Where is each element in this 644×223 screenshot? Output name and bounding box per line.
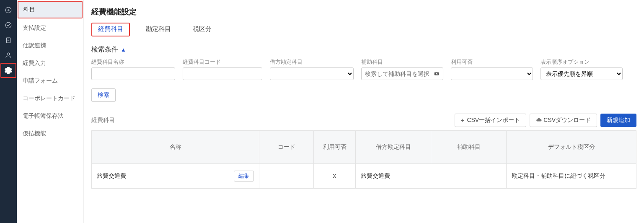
list-actions: CSV一括インポート CSVダウンロード 新規追加: [455, 114, 636, 127]
filter-name: 経費科目名称: [91, 58, 175, 80]
filter-usable-label: 利用可否: [451, 58, 533, 66]
cell-code: [259, 164, 314, 189]
caret-up-icon: ▲: [121, 47, 126, 53]
csv-download-label: CSVダウンロード: [543, 117, 591, 124]
tab-label: 税区分: [193, 25, 212, 32]
filter-debit-label: 借方勘定科目: [270, 58, 354, 66]
search-header[interactable]: 検索条件 ▲: [91, 45, 636, 54]
filter-name-label: 経費科目名称: [91, 58, 175, 66]
col-tax: デフォルト税区分: [507, 131, 636, 164]
rail-check-icon[interactable]: [0, 18, 17, 33]
cell-sub: [431, 164, 507, 189]
filter-sort-label: 表示順序オプション: [541, 58, 623, 66]
sidebar-item-label: コーポレートカード: [23, 95, 75, 101]
filter-code: 経費科目コード: [183, 58, 262, 80]
list-title: 経費科目: [91, 117, 115, 124]
rail-receipt-icon[interactable]: [0, 33, 17, 48]
sidebar-item-label: 支払設定: [23, 24, 46, 31]
col-name: 名称: [92, 131, 259, 164]
svg-point-3: [5, 22, 11, 28]
cell-tax: 勘定科目・補助科目に紐づく税区分: [507, 164, 636, 189]
col-usable: 利用可否: [314, 131, 356, 164]
filters: 経費科目名称 経費科目コード 借方勘定科目 補助科目 利用可否 表示順序オプショ: [91, 58, 636, 80]
sidebar-item-label: 申請フォーム: [23, 77, 58, 84]
sidebar-item-label: 仮払機能: [23, 130, 46, 137]
clear-icon[interactable]: [433, 70, 440, 77]
cell-debit: 旅費交通費: [356, 164, 431, 189]
filter-debit-select[interactable]: [270, 67, 354, 80]
svg-point-7: [7, 53, 10, 55]
main-content: 経費機能設定 経費科目 勘定科目 税区分 検索条件 ▲ 経費科目名称 経費科目コ…: [84, 0, 644, 223]
sidebar-item-label: 仕訳連携: [23, 42, 46, 49]
cell-usable: X: [314, 164, 356, 189]
filter-sub-input[interactable]: [361, 67, 443, 80]
csv-import-label: CSV一括インポート: [467, 117, 520, 124]
rail-person-icon[interactable]: [0, 48, 17, 63]
edit-button-label: 編集: [238, 172, 249, 180]
col-code: コード: [259, 131, 314, 164]
tab-label: 勘定科目: [146, 25, 171, 32]
add-new-label: 新規追加: [607, 117, 630, 124]
sidebar-item-journal-link[interactable]: 仕訳連携: [17, 37, 83, 54]
filter-sort-select[interactable]: 表示優先順を昇順: [541, 67, 623, 80]
sidebar-item-label: 経費入力: [23, 60, 46, 66]
filter-usable: 利用可否: [451, 58, 533, 80]
sidebar-item-label: 科目: [23, 6, 35, 13]
row-name: 旅費交通費: [97, 172, 126, 180]
sidebar-item-expense-input[interactable]: 経費入力: [17, 54, 83, 72]
filter-code-input[interactable]: [183, 67, 262, 80]
cloud-download-icon: [536, 117, 542, 124]
sidebar-item-request-form[interactable]: 申請フォーム: [17, 72, 83, 90]
tab-label: 経費科目: [98, 25, 123, 32]
sidebar-item-corporate-card[interactable]: コーポレートカード: [17, 90, 83, 107]
sidebar-item-payment-settings[interactable]: 支払設定: [17, 19, 83, 37]
col-debit: 借方勘定科目: [356, 131, 431, 164]
filter-name-input[interactable]: [91, 67, 175, 80]
search-header-label: 検索条件: [91, 45, 118, 54]
icon-rail: [0, 0, 17, 223]
table-header-row: 名称 コード 利用可否 借方勘定科目 補助科目 デフォルト税区分: [92, 131, 636, 164]
list-header-row: 経費科目 CSV一括インポート CSVダウンロード 新規追加: [91, 114, 636, 127]
search-button[interactable]: 検索: [91, 88, 116, 102]
rail-gear-icon[interactable]: [0, 63, 16, 78]
table-row: 旅費交通費 編集 X 旅費交通費 勘定科目・補助科目に紐づく税区分: [92, 164, 636, 189]
filter-debit: 借方勘定科目: [270, 58, 354, 80]
filter-sub-label: 補助科目: [361, 58, 443, 66]
search-button-label: 検索: [98, 91, 109, 99]
filter-sort: 表示順序オプション 表示優先順を昇順: [541, 58, 623, 80]
tabs: 経費科目 勘定科目 税区分: [91, 23, 636, 37]
add-new-button[interactable]: 新規追加: [600, 114, 636, 127]
filter-code-label: 経費科目コード: [183, 58, 262, 66]
sidebar-item-advance-pay[interactable]: 仮払機能: [17, 125, 83, 143]
cell-name: 旅費交通費 編集: [92, 164, 259, 189]
edit-button[interactable]: 編集: [234, 171, 254, 182]
expense-table: 名称 コード 利用可否 借方勘定科目 補助科目 デフォルト税区分 旅費交通費 編…: [91, 130, 636, 189]
tab-account-title[interactable]: 勘定科目: [140, 23, 177, 36]
csv-import-button[interactable]: CSV一括インポート: [455, 114, 526, 127]
tab-expense-account[interactable]: 経費科目: [91, 23, 130, 36]
sidebar: 科目 支払設定 仕訳連携 経費入力 申請フォーム コーポレートカード 電子帳簿保…: [17, 0, 84, 223]
sidebar-item-account-titles[interactable]: 科目: [18, 1, 83, 18]
filter-sub: 補助科目: [361, 58, 443, 80]
col-sub: 補助科目: [431, 131, 507, 164]
plus-icon: [461, 117, 465, 124]
filter-usable-select[interactable]: [451, 67, 533, 80]
sidebar-item-ebook-law[interactable]: 電子帳簿保存法: [17, 107, 83, 125]
page-title: 経費機能設定: [91, 7, 636, 17]
sidebar-item-label: 電子帳簿保存法: [23, 112, 64, 119]
rail-plus-icon[interactable]: [0, 3, 17, 18]
csv-download-button[interactable]: CSVダウンロード: [530, 114, 597, 127]
tab-tax-category[interactable]: 税区分: [187, 23, 217, 36]
